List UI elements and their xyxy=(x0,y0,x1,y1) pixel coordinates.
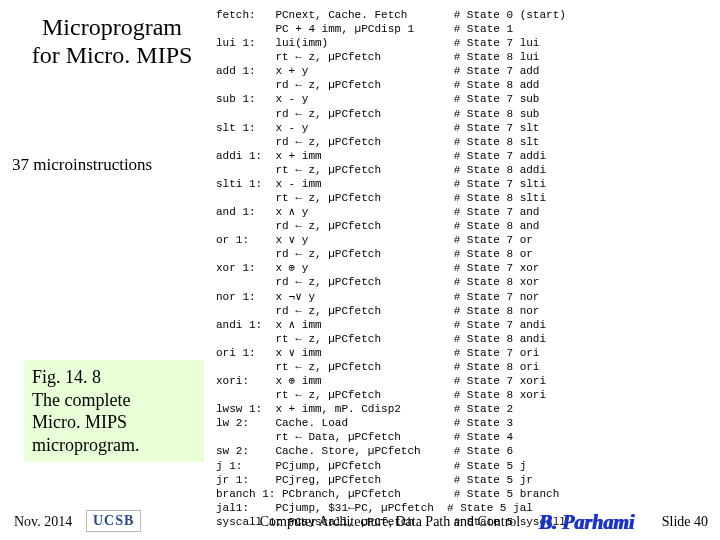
fig-num: Fig. 14. 8 xyxy=(32,367,101,387)
footer: Nov. 2014 UCSB Computer Architecture, Da… xyxy=(0,494,720,534)
subtitle: 37 microinstructions xyxy=(12,155,212,175)
footer-date: Nov. 2014 xyxy=(14,514,72,530)
figure-caption-box: Fig. 14. 8 The complete Micro. MIPS micr… xyxy=(24,360,204,462)
footer-author: B. Parhami xyxy=(538,511,634,534)
title-line2: for Micro. MIPS xyxy=(32,42,193,68)
ucsb-logo: UCSB xyxy=(86,510,141,532)
slide-number: Slide 40 xyxy=(662,514,708,530)
slide-title: Microprogram for Micro. MIPS xyxy=(12,14,212,69)
fig-cap-3: microprogram. xyxy=(32,435,139,455)
footer-center: Computer Architecture, Data Path and Con… xyxy=(210,514,570,530)
fig-cap-2: Micro. MIPS xyxy=(32,412,127,432)
fig-cap-1: The complete xyxy=(32,390,130,410)
title-line1: Microprogram xyxy=(42,14,182,40)
microprogram-listing: fetch: PCnext, Cache. Fetch # State 0 (s… xyxy=(216,8,714,529)
